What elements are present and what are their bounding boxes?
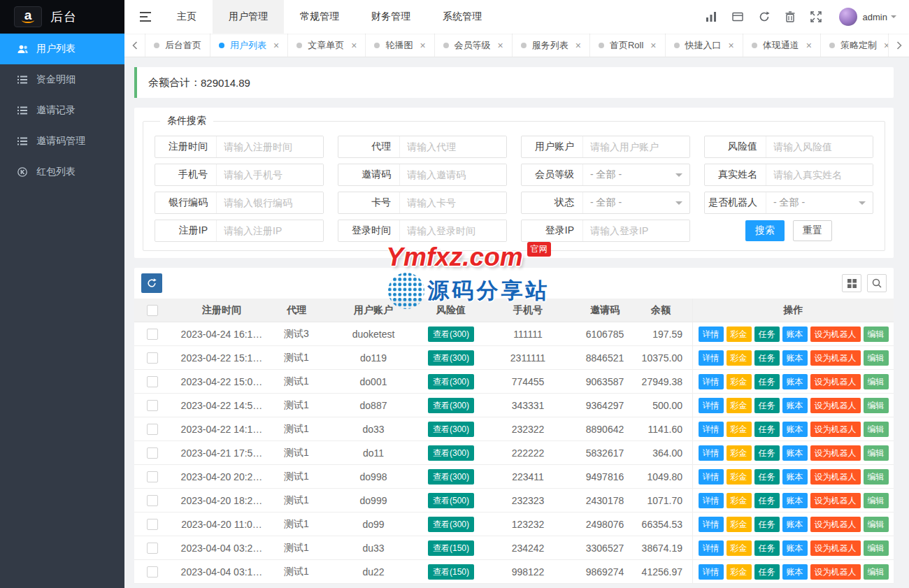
risk-view-badge[interactable]: 查看(300) xyxy=(428,350,474,366)
detail-button[interactable]: 详情 xyxy=(699,493,724,508)
columns-grid-icon[interactable] xyxy=(842,274,861,292)
refresh-icon[interactable] xyxy=(751,0,778,34)
bonus-button[interactable]: 彩金 xyxy=(727,469,752,485)
row-checkbox[interactable] xyxy=(147,566,158,578)
tab[interactable]: 快捷入口 × xyxy=(666,34,743,57)
field-input[interactable] xyxy=(217,164,323,185)
detail-button[interactable]: 详情 xyxy=(699,327,724,342)
ledger-button[interactable]: 账本 xyxy=(782,422,808,437)
detail-button[interactable]: 详情 xyxy=(699,350,724,366)
field-input[interactable] xyxy=(583,220,689,241)
sidebar-item[interactable]: 用户列表 xyxy=(0,34,124,64)
tab[interactable]: 文章单页 × xyxy=(288,34,366,57)
set-robot-button[interactable]: 设为机器人 xyxy=(810,564,861,580)
tab-close-icon[interactable]: × xyxy=(420,40,425,51)
task-button[interactable]: 任务 xyxy=(754,374,780,389)
ledger-button[interactable]: 账本 xyxy=(782,327,808,342)
field-input[interactable] xyxy=(400,192,506,213)
search-button[interactable]: 搜索 xyxy=(745,220,785,241)
topnav-item[interactable]: 财务管理 xyxy=(355,0,427,34)
tabs-scroll-left[interactable] xyxy=(124,34,145,57)
ledger-button[interactable]: 账本 xyxy=(782,445,808,461)
row-checkbox[interactable] xyxy=(147,329,158,340)
set-robot-button[interactable]: 设为机器人 xyxy=(810,540,861,556)
tabs-scroll-right[interactable] xyxy=(888,34,909,57)
risk-view-badge[interactable]: 查看(300) xyxy=(428,374,474,389)
panel-icon[interactable] xyxy=(724,0,751,34)
topnav-item[interactable]: 用户管理 xyxy=(213,0,284,34)
task-button[interactable]: 任务 xyxy=(754,398,780,413)
edit-button[interactable]: 编辑 xyxy=(864,517,889,532)
detail-button[interactable]: 详情 xyxy=(699,517,724,532)
bonus-button[interactable]: 彩金 xyxy=(727,327,752,342)
row-checkbox[interactable] xyxy=(147,519,158,530)
ledger-button[interactable]: 账本 xyxy=(782,493,808,508)
tab[interactable]: 后台首页 xyxy=(145,34,210,57)
ledger-button[interactable]: 账本 xyxy=(782,350,808,366)
edit-button[interactable]: 编辑 xyxy=(864,422,889,437)
row-checkbox[interactable] xyxy=(147,471,158,482)
task-button[interactable]: 任务 xyxy=(754,540,780,556)
edit-button[interactable]: 编辑 xyxy=(864,445,889,461)
set-robot-button[interactable]: 设为机器人 xyxy=(810,374,861,389)
ledger-button[interactable]: 账本 xyxy=(782,374,808,389)
sidebar-item[interactable]: 邀请码管理 xyxy=(0,126,124,157)
set-robot-button[interactable]: 设为机器人 xyxy=(810,350,861,366)
detail-button[interactable]: 详情 xyxy=(699,374,724,389)
risk-view-badge[interactable]: 查看(150) xyxy=(428,540,474,556)
row-checkbox[interactable] xyxy=(147,495,158,506)
edit-button[interactable]: 编辑 xyxy=(864,350,889,366)
row-checkbox[interactable] xyxy=(147,376,158,387)
bonus-button[interactable]: 彩金 xyxy=(727,564,752,580)
edit-button[interactable]: 编辑 xyxy=(864,493,889,508)
tab[interactable]: 会员等级 × xyxy=(435,34,513,57)
tab[interactable]: 服务列表 × xyxy=(513,34,590,57)
risk-view-badge[interactable]: 查看(300) xyxy=(428,398,474,413)
topnav-item[interactable]: 系统管理 xyxy=(427,0,498,34)
trash-icon[interactable] xyxy=(778,0,803,34)
field-input[interactable] xyxy=(400,164,506,185)
ledger-button[interactable]: 账本 xyxy=(782,469,808,485)
sidebar-item[interactable]: 资金明细 xyxy=(0,64,124,95)
tab-close-icon[interactable]: × xyxy=(498,40,503,51)
ledger-button[interactable]: 账本 xyxy=(782,517,808,532)
risk-view-badge[interactable]: 查看(150) xyxy=(428,564,474,580)
field-input[interactable] xyxy=(400,136,506,157)
set-robot-button[interactable]: 设为机器人 xyxy=(810,422,861,437)
risk-view-badge[interactable]: 查看(300) xyxy=(428,445,474,461)
detail-button[interactable]: 详情 xyxy=(699,398,724,413)
task-button[interactable]: 任务 xyxy=(754,493,780,508)
ledger-button[interactable]: 账本 xyxy=(782,540,808,556)
task-button[interactable]: 任务 xyxy=(754,327,780,342)
field-input[interactable] xyxy=(217,192,323,213)
table-refresh-button[interactable] xyxy=(141,273,162,293)
user-avatar[interactable] xyxy=(839,8,857,26)
task-button[interactable]: 任务 xyxy=(754,350,780,366)
edit-button[interactable]: 编辑 xyxy=(864,327,889,342)
bonus-button[interactable]: 彩金 xyxy=(727,398,752,413)
tab[interactable]: 轮播图 × xyxy=(366,34,434,57)
bonus-button[interactable]: 彩金 xyxy=(727,540,752,556)
field-input[interactable] xyxy=(217,220,323,241)
field-input[interactable] xyxy=(583,136,689,157)
tab-close-icon[interactable]: × xyxy=(729,40,734,51)
row-checkbox[interactable] xyxy=(147,447,158,459)
set-robot-button[interactable]: 设为机器人 xyxy=(810,517,861,532)
row-checkbox[interactable] xyxy=(147,543,158,554)
task-button[interactable]: 任务 xyxy=(754,564,780,580)
row-checkbox[interactable] xyxy=(147,400,158,411)
tab-close-icon[interactable]: × xyxy=(806,40,812,51)
edit-button[interactable]: 编辑 xyxy=(864,398,889,413)
detail-button[interactable]: 详情 xyxy=(699,445,724,461)
field-input[interactable] xyxy=(766,136,873,157)
sidebar-toggle-icon[interactable] xyxy=(124,0,161,34)
edit-button[interactable]: 编辑 xyxy=(864,374,889,389)
bonus-button[interactable]: 彩金 xyxy=(727,350,752,366)
brand-logo[interactable]: a 后台 xyxy=(0,0,124,34)
risk-view-badge[interactable]: 查看(300) xyxy=(428,422,474,437)
detail-button[interactable]: 详情 xyxy=(699,540,724,556)
set-robot-button[interactable]: 设为机器人 xyxy=(810,327,861,342)
task-button[interactable]: 任务 xyxy=(754,445,780,461)
field-input[interactable] xyxy=(400,220,506,241)
topnav-item[interactable]: 主页 xyxy=(161,0,213,34)
